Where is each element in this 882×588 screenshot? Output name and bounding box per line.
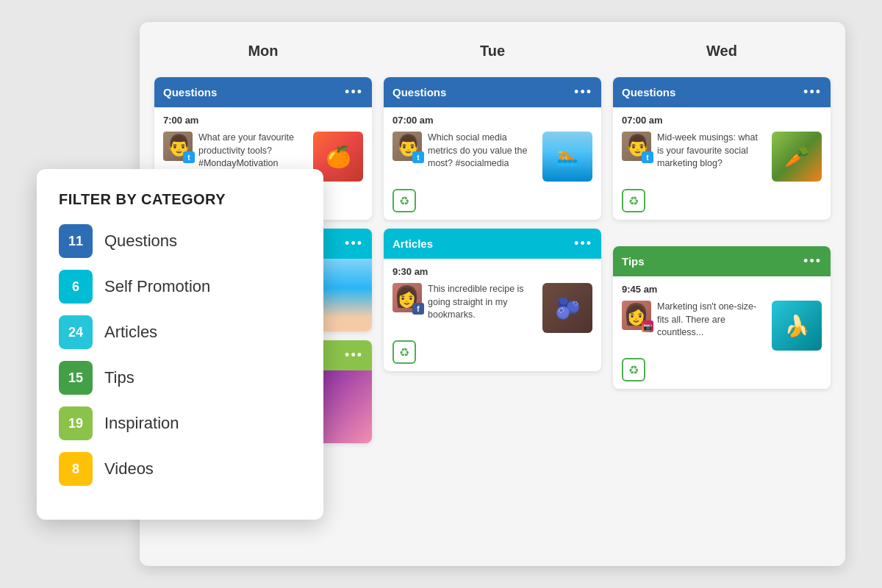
tuesday-header: Tue bbox=[384, 37, 601, 68]
tue-articles-header: Articles ••• bbox=[384, 229, 601, 259]
wed-tips-image: 🍌 bbox=[772, 301, 822, 351]
tue-questions-time: 07:00 am bbox=[392, 115, 592, 126]
mon-twitter-icon: t bbox=[183, 151, 195, 163]
wed-questions-header: Questions ••• bbox=[613, 77, 831, 107]
tue-questions-row: t Which social media metrics do you valu… bbox=[392, 132, 592, 182]
filter-videos[interactable]: 8 Videos bbox=[59, 452, 301, 486]
filter-articles-label: Articles bbox=[104, 323, 157, 342]
filter-tips-label: Tips bbox=[104, 368, 135, 387]
wed-tips-title: Tips bbox=[622, 255, 645, 268]
wed-questions-text: Mid-week musings: what is your favourite… bbox=[657, 132, 766, 171]
wed-spacer bbox=[613, 229, 831, 237]
wed-instagram-icon: 📷 bbox=[642, 320, 653, 332]
veggies-img: 🥕 bbox=[772, 132, 822, 182]
tue-articles-time: 9:30 am bbox=[392, 266, 592, 277]
tue-questions-header: Questions ••• bbox=[384, 77, 601, 107]
wed-tips-recycle[interactable]: ♻ bbox=[622, 358, 645, 381]
tue-articles-text: This incredible recipe is going straight… bbox=[428, 283, 537, 322]
wed-tips-dots[interactable]: ••• bbox=[803, 254, 822, 269]
filter-questions-badge: 11 bbox=[59, 224, 93, 258]
wed-tips-avatar-wrap: 📷 bbox=[622, 301, 651, 330]
mon-questions-header: Questions ••• bbox=[154, 77, 372, 107]
filter-self-promotion-label: Self Promotion bbox=[104, 277, 210, 296]
filter-articles-badge: 24 bbox=[59, 315, 93, 349]
wed-tips-row: 📷 Marketing isn't one-size-fits all. The… bbox=[622, 301, 822, 351]
filter-videos-label: Videos bbox=[104, 459, 154, 478]
filter-inspiration[interactable]: 19 Inspiration bbox=[59, 406, 301, 440]
tue-questions-dots[interactable]: ••• bbox=[574, 85, 592, 100]
filter-self-promotion[interactable]: 6 Self Promotion bbox=[59, 270, 301, 304]
tuesday-column: Tue Questions ••• 07:00 am t bbox=[384, 37, 601, 551]
wednesday-header: Wed bbox=[613, 37, 831, 68]
mon-questions-title: Questions bbox=[163, 86, 217, 98]
filter-inspiration-label: Inspiration bbox=[104, 414, 179, 433]
tue-questions-recycle[interactable]: ♻ bbox=[392, 189, 416, 212]
mon-questions-dots[interactable]: ••• bbox=[345, 85, 363, 100]
filter-tips-badge: 15 bbox=[59, 361, 93, 395]
tue-questions-body: 07:00 am t Which social media metrics do… bbox=[384, 107, 601, 220]
mon-questions-time: 7:00 am bbox=[163, 115, 363, 126]
filter-title: FILTER BY CATEGORY bbox=[59, 191, 301, 208]
wed-questions-row: t Mid-week musings: what is your favouri… bbox=[622, 132, 822, 182]
wed-tips-text: Marketing isn't one-size-fits all. There… bbox=[657, 301, 766, 340]
wed-questions-body: 07:00 am t Mid-week musings: what is you… bbox=[613, 107, 831, 220]
wed-twitter-icon: t bbox=[642, 151, 653, 163]
wed-questions-card: Questions ••• 07:00 am t Mid-week musing… bbox=[613, 77, 831, 220]
main-container: Mon Questions ••• 7:00 am t bbox=[37, 22, 845, 566]
tue-articles-dots[interactable]: ••• bbox=[574, 236, 592, 251]
tue-facebook-icon: f bbox=[412, 303, 424, 315]
filter-inspiration-badge: 19 bbox=[59, 406, 93, 440]
tue-questions-text: Which social media metrics do you value … bbox=[428, 132, 537, 171]
wed-questions-dots[interactable]: ••• bbox=[803, 85, 822, 100]
filter-articles[interactable]: 24 Articles bbox=[59, 315, 301, 349]
tue-questions-image: 🏊 bbox=[542, 132, 592, 182]
filter-tips[interactable]: 15 Tips bbox=[59, 361, 301, 395]
wed-questions-time: 07:00 am bbox=[622, 115, 822, 126]
wed-questions-recycle[interactable]: ♻ bbox=[622, 189, 645, 212]
mon-avatar-wrap: t bbox=[163, 132, 193, 161]
tue-questions-title: Questions bbox=[392, 86, 446, 98]
wed-tips-header: Tips ••• bbox=[613, 246, 831, 276]
tue-articles-avatar-wrap: f bbox=[392, 283, 422, 312]
figs-img: 🫐 bbox=[542, 283, 592, 333]
mon-cyan-dots[interactable]: ••• bbox=[345, 236, 363, 251]
filter-questions[interactable]: 11 Questions bbox=[59, 224, 301, 258]
mon-questions-text: What are your favourite productivity too… bbox=[198, 132, 307, 171]
tue-articles-card: Articles ••• 9:30 am f This incredible r… bbox=[384, 229, 601, 371]
filter-questions-label: Questions bbox=[104, 232, 177, 251]
pool-img: 🏊 bbox=[542, 132, 592, 182]
wed-questions-image: 🥕 bbox=[772, 132, 822, 182]
wed-avatar-wrap: t bbox=[622, 132, 651, 161]
banana-img: 🍌 bbox=[772, 301, 822, 351]
filter-panel: FILTER BY CATEGORY 11 Questions 6 Self P… bbox=[37, 169, 323, 520]
tue-articles-row: f This incredible recipe is going straig… bbox=[392, 283, 592, 333]
wed-questions-title: Questions bbox=[622, 86, 675, 98]
wed-tips-time: 9:45 am bbox=[622, 284, 822, 295]
wednesday-column: Wed Questions ••• 07:00 am t bbox=[613, 37, 831, 551]
monday-header: Mon bbox=[154, 37, 372, 68]
tue-articles-body: 9:30 am f This incredible recipe is goin… bbox=[384, 259, 601, 371]
filter-videos-badge: 8 bbox=[59, 452, 93, 486]
tue-avatar-wrap: t bbox=[392, 132, 422, 161]
wed-tips-card: Tips ••• 9:45 am 📷 Marketing isn't one-s… bbox=[613, 246, 831, 389]
wed-tips-body: 9:45 am 📷 Marketing isn't one-size-fits … bbox=[613, 276, 831, 389]
filter-self-promotion-badge: 6 bbox=[59, 270, 93, 304]
tue-articles-recycle[interactable]: ♻ bbox=[392, 340, 416, 364]
tue-twitter-icon: t bbox=[412, 151, 424, 163]
tue-questions-card: Questions ••• 07:00 am t Which social me… bbox=[384, 77, 601, 220]
tue-articles-image: 🫐 bbox=[542, 283, 592, 333]
tue-articles-title: Articles bbox=[392, 237, 433, 250]
mon-green-dots[interactable]: ••• bbox=[345, 348, 363, 363]
